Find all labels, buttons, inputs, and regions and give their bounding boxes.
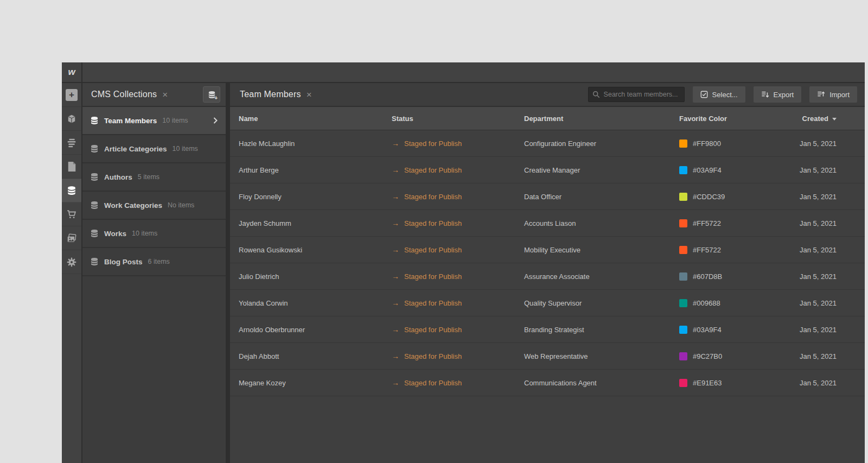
designer-window: w +	[62, 62, 865, 463]
favorite-color-cell: #03A9F4	[679, 166, 773, 174]
collection-list-item[interactable]: Team Members 10 items	[82, 107, 226, 135]
status-badge: →Staged for Publish	[392, 166, 524, 174]
staged-arrow-icon: →	[392, 272, 399, 281]
color-swatch	[679, 246, 687, 254]
color-hex: #607D8B	[693, 272, 722, 281]
select-button[interactable]: Select...	[693, 86, 745, 103]
collection-item-count: 10 items	[132, 230, 157, 237]
assets-images-icon	[67, 233, 76, 243]
search-icon	[592, 91, 600, 98]
collection-toolbar: Team Members × Select...	[230, 83, 865, 107]
table-row[interactable]: Jayden Schumm →Staged for Publish Accoun…	[230, 210, 865, 237]
webflow-logo-button[interactable]: w	[62, 62, 82, 82]
database-icon	[90, 201, 99, 210]
webflow-logo-icon: w	[68, 67, 75, 78]
status-badge: →Staged for Publish	[392, 378, 524, 387]
column-header-created[interactable]: Created	[773, 115, 837, 123]
member-name: Megane Kozey	[239, 379, 392, 387]
sidebar-item-cms[interactable]	[62, 179, 81, 202]
table-row[interactable]: Arnoldo Oberbrunner →Staged for Publish …	[230, 316, 865, 343]
color-hex: #009688	[693, 299, 720, 307]
created-date: Jan 5, 2021	[773, 246, 837, 254]
collection-close-icon[interactable]: ×	[307, 90, 312, 99]
sidebar-item-pages[interactable]	[62, 155, 81, 179]
gear-icon	[67, 257, 76, 267]
database-icon	[90, 229, 99, 238]
table-body: Hazle McLaughlin →Staged for Publish Con…	[230, 130, 865, 463]
collection-item-count: 10 items	[162, 117, 188, 124]
collection-list-item[interactable]: Work Categories No items	[82, 192, 226, 220]
member-department: Data Officer	[524, 193, 679, 201]
import-button[interactable]: Import	[809, 86, 857, 103]
favorite-color-cell: #FF5722	[679, 246, 773, 254]
member-name: Julio Dietrich	[239, 272, 392, 281]
member-department: Web Representative	[524, 352, 679, 360]
color-swatch	[679, 299, 687, 307]
database-icon	[90, 257, 99, 266]
export-button[interactable]: Export	[754, 86, 802, 103]
created-date: Jan 5, 2021	[773, 139, 837, 148]
search-input[interactable]	[588, 87, 685, 102]
created-date: Jan 5, 2021	[773, 326, 837, 334]
sidebar-item-ecommerce[interactable]	[62, 202, 81, 226]
staged-arrow-icon: →	[392, 192, 399, 201]
created-date: Jan 5, 2021	[773, 352, 837, 360]
member-name: Rowena Gusikowski	[239, 246, 392, 254]
sidebar-item-add-panel[interactable]: +	[62, 83, 81, 107]
collection-list-item[interactable]: Blog Posts 6 items	[82, 248, 226, 276]
sidebar-item-settings[interactable]	[62, 250, 81, 274]
color-hex: #CDDC39	[693, 193, 725, 201]
color-hex: #9C27B0	[693, 352, 722, 360]
created-date: Jan 5, 2021	[773, 193, 837, 201]
collection-item-count: 10 items	[173, 145, 198, 153]
collection-list-item[interactable]: Article Categories 10 items	[82, 135, 226, 163]
created-date: Jan 5, 2021	[773, 272, 837, 281]
created-date: Jan 5, 2021	[773, 379, 837, 387]
staged-arrow-icon: →	[392, 378, 399, 387]
staged-arrow-icon: →	[392, 299, 399, 307]
favorite-color-cell: #009688	[679, 299, 773, 307]
checkbox-icon	[700, 91, 708, 98]
member-name: Dejah Abbott	[239, 352, 392, 360]
navigator-icon	[67, 138, 76, 148]
table-row[interactable]: Julio Dietrich →Staged for Publish Assur…	[230, 263, 865, 290]
column-header-status[interactable]: Status	[392, 115, 524, 123]
column-header-department[interactable]: Department	[524, 115, 679, 123]
favorite-color-cell: #607D8B	[679, 272, 773, 281]
add-icon: +	[66, 89, 78, 101]
collection-item-count: 5 items	[138, 173, 159, 181]
member-department: Assurance Associate	[524, 272, 679, 281]
table-row[interactable]: Yolanda Corwin →Staged for Publish Quali…	[230, 290, 865, 316]
color-hex: #FF9800	[693, 139, 721, 148]
table-row[interactable]: Floy Donnelly →Staged for Publish Data O…	[230, 183, 865, 210]
database-icon	[90, 144, 99, 153]
member-name: Hazle McLaughlin	[239, 139, 392, 148]
add-collection-button[interactable]: +	[203, 86, 220, 103]
collection-list-item[interactable]: Authors 5 items	[82, 163, 226, 192]
collection-item-count: 6 items	[148, 258, 170, 265]
table-row[interactable]: Rowena Gusikowski →Staged for Publish Mo…	[230, 237, 865, 263]
components-cube-icon	[67, 114, 76, 124]
column-header-favorite-color[interactable]: Favorite Color	[679, 115, 773, 123]
panel-close-icon[interactable]: ×	[162, 90, 168, 99]
collection-title: Team Members	[240, 90, 301, 99]
color-hex: #FF5722	[693, 219, 721, 227]
sidebar-item-assets[interactable]	[62, 226, 81, 250]
collection-name: Work Categories	[104, 201, 162, 210]
favorite-color-cell: #FF5722	[679, 219, 773, 227]
table-row[interactable]: Megane Kozey →Staged for Publish Communi…	[230, 370, 865, 396]
collection-detail: Team Members × Select...	[230, 83, 865, 463]
table-row[interactable]: Arthur Berge →Staged for Publish Creativ…	[230, 157, 865, 183]
database-icon	[90, 173, 99, 181]
sidebar-item-navigator[interactable]	[62, 131, 81, 155]
collection-list-item[interactable]: Works 10 items	[82, 220, 226, 248]
table-row[interactable]: Dejah Abbott →Staged for Publish Web Rep…	[230, 343, 865, 370]
column-header-name[interactable]: Name	[239, 115, 392, 123]
collection-name: Works	[104, 230, 126, 238]
color-swatch	[679, 139, 687, 148]
page-icon	[67, 162, 76, 172]
color-hex: #E91E63	[693, 379, 722, 387]
table-row[interactable]: Hazle McLaughlin →Staged for Publish Con…	[230, 130, 865, 157]
status-badge: →Staged for Publish	[392, 299, 524, 307]
sidebar-item-components[interactable]	[62, 107, 81, 131]
